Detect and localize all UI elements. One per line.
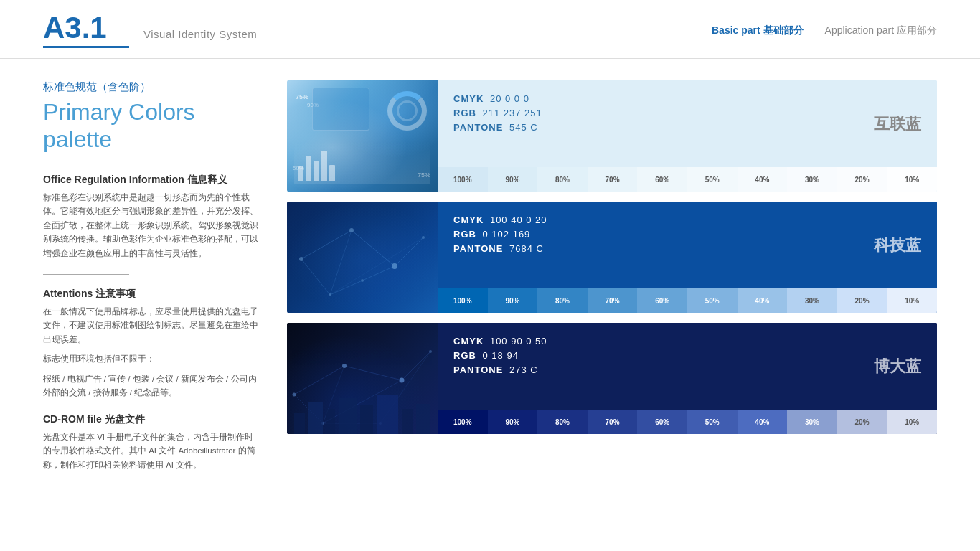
cmyk-value-1: 20 0 0 0 — [490, 93, 529, 104]
rgb-row-3: RGB 0 18 94 — [453, 350, 547, 361]
svg-point-23 — [400, 378, 405, 383]
cmyk-label-1: CMYK — [453, 93, 484, 104]
attentions-text2: 标志使用环境包括但不限于： — [43, 352, 258, 367]
swatch-2-60: 60% — [637, 288, 687, 313]
color-name-cn-2: 科技蓝 — [874, 235, 921, 256]
svg-rect-29 — [326, 409, 335, 434]
card-image-3 — [287, 323, 438, 434]
swatch-3-30: 30% — [787, 410, 837, 434]
right-panel: 75% 90% 75% 50% CMYK 20 0 0 0 RGB — [287, 80, 937, 485]
pantone-row-2: PANTONE 7684 C — [453, 243, 547, 254]
color-card-3: CMYK 100 90 0 50 RGB 0 18 94 PANTONE 273… — [287, 323, 937, 434]
swatch-3-60: 60% — [637, 410, 687, 434]
svg-line-13 — [294, 366, 344, 395]
img1-label3: 75% — [418, 171, 430, 179]
swatch-1-100: 100% — [438, 167, 488, 192]
section-title-en: Primary Colors palette — [43, 98, 258, 154]
screen-dec — [312, 88, 369, 131]
swatch-2-70: 70% — [588, 288, 638, 313]
color-card-1: 75% 90% 75% 50% CMYK 20 0 0 0 RGB — [287, 80, 937, 192]
swatch-2-20: 20% — [837, 288, 887, 313]
swatch-1-10: 10% — [887, 167, 937, 192]
pantone-row-1: PANTONE 545 C — [453, 122, 542, 133]
attentions-block: Attentions 注意事项 在一般情况下使用品牌标志，应尽量使用提供的光盘电… — [43, 288, 258, 400]
color-name-cn-3: 博大蓝 — [874, 356, 921, 377]
section-label-cn: 标准色规范（含色阶） — [43, 80, 258, 94]
cmyk-row-2: CMYK 100 40 0 20 — [453, 215, 547, 225]
card-info-3: CMYK 100 90 0 50 RGB 0 18 94 PANTONE 273… — [438, 323, 937, 434]
attentions-text1: 在一般情况下使用品牌标志，应尽量使用提供的光盘电子文件，不建议使用标准制图绘制标… — [43, 305, 258, 347]
nav-application-part[interactable]: Application part 应用部分 — [825, 24, 937, 37]
rgb-row-2: RGB 0 102 169 — [453, 229, 547, 240]
svg-rect-31 — [360, 405, 373, 434]
swatch-2-30: 30% — [787, 288, 837, 313]
cmyk-value-2: 100 40 0 20 — [490, 215, 547, 225]
cdrom-block: CD-ROM file 光盘文件 光盘文件是本 VI 手册电子文件的集合，内含手… — [43, 413, 258, 473]
rgb-label-3: RGB — [453, 350, 476, 361]
swatch-1-50: 50% — [687, 167, 738, 192]
swatch-2-100: 100% — [438, 288, 488, 313]
swatch-2-80: 80% — [537, 288, 588, 313]
color-card-2: CMYK 100 40 0 20 RGB 0 102 169 PANTONE 7… — [287, 202, 937, 313]
left-panel: 标准色规范（含色阶） Primary Colors palette Office… — [43, 80, 258, 485]
rgb-value-3: 0 18 94 — [483, 350, 519, 361]
swatch-3-80: 80% — [537, 410, 588, 434]
img2-overlay — [287, 202, 438, 313]
card-info-2: CMYK 100 40 0 20 RGB 0 102 169 PANTONE 7… — [438, 202, 937, 313]
cmyk-row-3: CMYK 100 90 0 50 — [453, 336, 547, 347]
swatch-2-40: 40% — [738, 288, 788, 313]
swatches-1: 100% 90% 80% 70% 60% 50% 40% 30% 20% 10% — [438, 167, 937, 192]
swatch-1-80: 80% — [537, 167, 588, 192]
swatch-1-60: 60% — [637, 167, 687, 192]
header: A3.1 Visual Identity System Basic part 基… — [0, 0, 980, 59]
attentions-heading: Attentions 注意事项 — [43, 288, 258, 301]
divider — [43, 274, 129, 275]
pantone-label-2: PANTONE — [453, 243, 503, 254]
swatch-3-40: 40% — [738, 410, 788, 434]
swatch-2-50: 50% — [687, 288, 738, 313]
swatch-1-40: 40% — [738, 167, 788, 192]
card-top-3: CMYK 100 90 0 50 RGB 0 18 94 PANTONE 273… — [438, 323, 937, 410]
svg-rect-33 — [402, 409, 413, 434]
swatch-3-10: 10% — [887, 410, 937, 434]
pantone-row-3: PANTONE 273 C — [453, 364, 547, 375]
rgb-value-1: 211 237 251 — [483, 108, 542, 118]
img1-label1: 75% — [296, 93, 308, 100]
header-left: A3.1 Visual Identity System — [43, 13, 257, 48]
swatch-1-30: 30% — [787, 167, 837, 192]
pantone-label-1: PANTONE — [453, 122, 503, 133]
svg-point-24 — [429, 350, 432, 353]
page-title: A3.1 — [43, 13, 129, 48]
donut-decoration — [387, 91, 427, 131]
header-nav: Basic part 基础部分 Application part 应用部分 — [712, 24, 937, 37]
card-top-2: CMYK 100 40 0 20 RGB 0 102 169 PANTONE 7… — [438, 202, 937, 288]
pantone-value-2: 7684 C — [509, 243, 544, 254]
swatch-1-90: 90% — [488, 167, 538, 192]
attentions-text3: 报纸 / 电视广告 / 宣传 / 包装 / 会议 / 新闻发布会 / 公司内外部… — [43, 372, 258, 400]
main-content: 标准色规范（含色阶） Primary Colors palette Office… — [0, 59, 980, 507]
swatches-3: 100% 90% 80% 70% 60% 50% 40% 30% 20% 10% — [438, 410, 937, 434]
card-info-1: CMYK 20 0 0 0 RGB 211 237 251 PANTONE 54… — [438, 80, 937, 192]
city-skyline — [287, 391, 438, 434]
title-underline — [43, 46, 129, 48]
svg-rect-32 — [377, 395, 398, 434]
cdrom-heading: CD-ROM file 光盘文件 — [43, 413, 258, 426]
office-text: 标准色彩在识别系统中是超越一切形态而为先的个性载体。它能有效地区分与强调形象的差… — [43, 191, 258, 261]
swatch-3-100: 100% — [438, 410, 488, 434]
cmyk-label-2: CMYK — [453, 215, 484, 225]
svg-rect-28 — [308, 402, 323, 434]
color-data-3: CMYK 100 90 0 50 RGB 0 18 94 PANTONE 273… — [453, 336, 547, 375]
header-subtitle: Visual Identity System — [143, 28, 257, 40]
card-image-1: 75% 90% 75% 50% — [287, 80, 438, 192]
color-name-cn-1: 互联蓝 — [874, 113, 921, 135]
swatches-2: 100% 90% 80% 70% 60% 50% 40% 30% 20% 10% — [438, 288, 937, 313]
svg-rect-27 — [294, 413, 305, 434]
cmyk-label-3: CMYK — [453, 336, 484, 347]
swatch-3-70: 70% — [588, 410, 638, 434]
nav-basic-part[interactable]: Basic part 基础部分 — [712, 24, 804, 37]
pantone-value-3: 273 C — [509, 364, 538, 375]
color-data-1: CMYK 20 0 0 0 RGB 211 237 251 PANTONE 54… — [453, 93, 542, 133]
bar-decoration — [298, 151, 335, 181]
svg-rect-34 — [416, 404, 430, 434]
office-info-block: Office Regulation Information 信息释义 标准色彩在… — [43, 174, 258, 261]
